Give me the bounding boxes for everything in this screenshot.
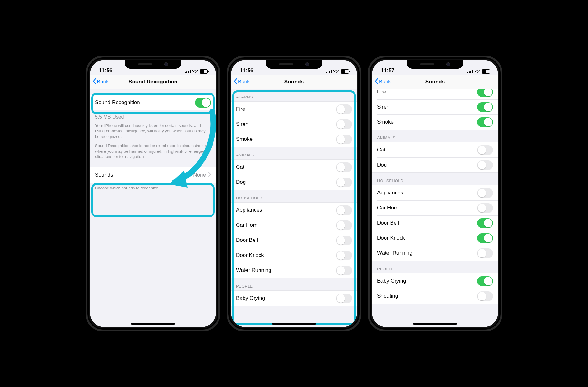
nav-bar: Back Sound Recognition bbox=[90, 75, 216, 89]
settings-group: Baby Crying bbox=[231, 290, 357, 306]
row-label: Appliances bbox=[377, 190, 403, 196]
battery-icon bbox=[482, 69, 491, 74]
sound-recognition-row[interactable]: Sound Recognition bbox=[90, 95, 216, 110]
toggle-door-bell[interactable] bbox=[477, 218, 493, 228]
toggle-siren[interactable] bbox=[477, 102, 493, 112]
row-cat[interactable]: Cat bbox=[231, 160, 357, 175]
status-time: 11:56 bbox=[99, 67, 112, 74]
toggle-cat[interactable] bbox=[336, 162, 352, 172]
toggle-fire[interactable] bbox=[336, 104, 352, 114]
row-label: Appliances bbox=[236, 207, 262, 213]
row-label: Cat bbox=[236, 164, 244, 170]
row-label: Water Running bbox=[236, 267, 271, 273]
row-fire[interactable]: Fire bbox=[231, 102, 357, 117]
page-title: Sounds bbox=[425, 79, 445, 85]
notch bbox=[407, 60, 463, 69]
back-button[interactable]: Back bbox=[375, 78, 391, 86]
sound-recognition-group: Sound Recognition bbox=[90, 95, 216, 110]
settings-content-3[interactable]: FireSirenSmokeANIMALSCatDogHOUSEHOLDAppl… bbox=[372, 89, 498, 327]
toggle-smoke[interactable] bbox=[477, 117, 493, 127]
row-dog[interactable]: Dog bbox=[372, 157, 498, 172]
notch bbox=[266, 60, 322, 69]
settings-content-1: Sound Recognition 5.5 MB Used Your iPhon… bbox=[90, 89, 216, 327]
row-door-knock[interactable]: Door Knock bbox=[372, 231, 498, 246]
toggle-dog[interactable] bbox=[477, 160, 493, 170]
row-car-horn[interactable]: Car Horn bbox=[372, 200, 498, 215]
row-appliances[interactable]: Appliances bbox=[231, 203, 357, 218]
toggle-water-running[interactable] bbox=[477, 248, 493, 258]
toggle-car-horn[interactable] bbox=[336, 220, 352, 230]
row-door-bell[interactable]: Door Bell bbox=[372, 215, 498, 231]
section-header-household: HOUSEHOLD bbox=[372, 173, 498, 185]
sound-recognition-toggle[interactable] bbox=[195, 98, 211, 108]
row-appliances[interactable]: Appliances bbox=[372, 185, 498, 200]
sounds-row-right: None bbox=[193, 172, 211, 178]
screen-3: 11:57 Back Sounds FireSirenSmokeANIMALSC… bbox=[372, 60, 498, 327]
back-label: Back bbox=[97, 79, 109, 85]
wifi-icon bbox=[333, 70, 339, 73]
row-label: Door Knock bbox=[377, 235, 405, 241]
row-water-running[interactable]: Water Running bbox=[372, 246, 498, 261]
toggle-smoke[interactable] bbox=[336, 135, 352, 144]
row-door-bell[interactable]: Door Bell bbox=[231, 233, 357, 248]
row-smoke[interactable]: Smoke bbox=[372, 114, 498, 130]
row-car-horn[interactable]: Car Horn bbox=[231, 218, 357, 233]
settings-group: AppliancesCar HornDoor BellDoor KnockWat… bbox=[372, 185, 498, 261]
settings-group: CatDog bbox=[372, 142, 498, 173]
row-cat[interactable]: Cat bbox=[372, 142, 498, 157]
row-label: Baby Crying bbox=[377, 278, 406, 284]
row-door-knock[interactable]: Door Knock bbox=[231, 248, 357, 263]
settings-content-2[interactable]: ALARMSFireSirenSmokeANIMALSCatDogHOUSEHO… bbox=[231, 89, 357, 327]
section-header-household: HOUSEHOLD bbox=[231, 190, 357, 202]
sound-recognition-label: Sound Recognition bbox=[95, 99, 140, 106]
toggle-appliances[interactable] bbox=[336, 205, 352, 215]
page-title: Sound Recognition bbox=[129, 79, 177, 85]
row-label: Shouting bbox=[377, 293, 398, 299]
description-text-2: Sound Recognition should not be relied u… bbox=[90, 139, 216, 160]
settings-group: AppliancesCar HornDoor BellDoor KnockWat… bbox=[231, 202, 357, 278]
home-indicator[interactable] bbox=[272, 323, 316, 325]
toggle-door-bell[interactable] bbox=[336, 236, 352, 245]
row-siren[interactable]: Siren bbox=[372, 99, 498, 114]
settings-group: CatDog bbox=[231, 159, 357, 190]
toggle-shouting[interactable] bbox=[477, 291, 493, 301]
settings-group: FireSirenSmoke bbox=[372, 89, 498, 130]
toggle-baby-crying[interactable] bbox=[336, 294, 352, 303]
home-indicator[interactable] bbox=[131, 323, 175, 325]
toggle-fire[interactable] bbox=[477, 89, 493, 97]
toggle-car-horn[interactable] bbox=[477, 203, 493, 213]
back-button[interactable]: Back bbox=[92, 78, 109, 86]
toggle-appliances[interactable] bbox=[477, 188, 493, 198]
row-baby-crying[interactable]: Baby Crying bbox=[231, 291, 357, 306]
toggle-baby-crying[interactable] bbox=[477, 276, 493, 286]
wifi-icon bbox=[192, 70, 198, 73]
row-label: Baby Crying bbox=[236, 295, 265, 301]
row-label: Car Horn bbox=[236, 222, 258, 228]
section-header-animals: ANIMALS bbox=[372, 130, 498, 142]
sounds-footer-text: Choose which sounds to recognize. bbox=[90, 183, 216, 191]
row-baby-crying[interactable]: Baby Crying bbox=[372, 273, 498, 289]
row-label: Cat bbox=[377, 147, 385, 153]
toggle-door-knock[interactable] bbox=[336, 251, 352, 260]
row-water-running[interactable]: Water Running bbox=[231, 263, 357, 278]
toggle-dog[interactable] bbox=[336, 178, 352, 187]
toggle-cat[interactable] bbox=[477, 145, 493, 155]
sounds-row-value: None bbox=[193, 172, 206, 178]
row-smoke[interactable]: Smoke bbox=[231, 132, 357, 147]
row-dog[interactable]: Dog bbox=[231, 175, 357, 190]
cellular-icon bbox=[467, 70, 473, 73]
row-fire[interactable]: Fire bbox=[372, 89, 498, 99]
home-indicator[interactable] bbox=[413, 323, 457, 325]
row-label: Smoke bbox=[377, 119, 394, 125]
toggle-door-knock[interactable] bbox=[477, 233, 493, 243]
battery-icon bbox=[200, 69, 209, 74]
wifi-icon bbox=[475, 70, 480, 73]
section-header-people: PEOPLE bbox=[231, 278, 357, 290]
toggle-siren[interactable] bbox=[336, 119, 352, 129]
back-button[interactable]: Back bbox=[234, 78, 250, 86]
sounds-row[interactable]: Sounds None bbox=[90, 167, 216, 183]
row-siren[interactable]: Siren bbox=[231, 117, 357, 132]
row-shouting[interactable]: Shouting bbox=[372, 289, 498, 304]
toggle-water-running[interactable] bbox=[336, 266, 352, 275]
row-label: Dog bbox=[377, 162, 387, 168]
